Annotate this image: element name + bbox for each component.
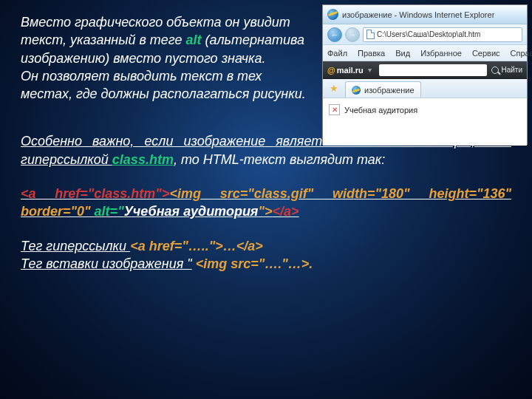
search-icon [491, 66, 499, 74]
favorites-star-icon[interactable]: ★ [326, 81, 342, 95]
broken-image-icon: ✕ [329, 104, 340, 115]
filename: class.htm [112, 152, 174, 167]
ie-titlebar: изображение - Windows Internet Explorer [323, 5, 527, 24]
code-a-close: </a> [273, 204, 299, 219]
code-alt-value: Учебная аудитория [124, 204, 259, 219]
ie-logo-icon [327, 9, 338, 20]
tag-link-code: <a href="…..">…</a> [130, 239, 263, 253]
ie-window: изображение - Windows Internet Explorer … [322, 4, 528, 145]
menu-file[interactable]: Файл [327, 49, 347, 58]
address-text: C:\Users\Саша\Desktop\alt.htm [377, 30, 480, 38]
code-img-end: "> [258, 204, 272, 219]
mailru-find-button[interactable]: Найти [491, 66, 522, 74]
menu-view[interactable]: Вид [395, 49, 410, 58]
tag-link-label: Тег гиперссылки [21, 239, 130, 253]
code-a-open: <a href="class.htm"> [21, 186, 169, 201]
alt-text-display: Учебная аудитория [344, 106, 417, 115]
intro-paragraph: Вместо графического объекта он увидит те… [21, 13, 309, 103]
tag-img-label: Тег вставки изображения " [21, 256, 192, 271]
ie-logo-icon [352, 86, 361, 95]
menu-help[interactable]: Справка [511, 49, 532, 58]
mailru-search-input[interactable] [379, 64, 488, 76]
tab-label: изображение [364, 86, 415, 95]
mailru-logo: @@mail.rumail.ru [327, 66, 364, 75]
menu-favorites[interactable]: Избранное [420, 49, 462, 58]
forward-button[interactable]: → [345, 27, 360, 42]
ie-menubar: Файл Правка Вид Избранное Сервис Справка [323, 45, 527, 61]
menu-edit[interactable]: Правка [358, 49, 385, 58]
tag-img-code: <img src="…."…>. [196, 256, 313, 271]
ie-mailru-toolbar: @@mail.rumail.ru ▾ Найти [323, 61, 527, 79]
menu-tools[interactable]: Сервис [472, 49, 500, 58]
alt-keyword: alt [186, 33, 202, 47]
back-button[interactable]: ← [327, 27, 342, 42]
document-icon [366, 30, 375, 39]
text: Он позволяет выводить текст в тех местах… [21, 69, 306, 101]
code-alt-attr: alt=" [95, 204, 124, 219]
tag-definitions: Тег гиперссылки <a href="…..">…</a> Тег … [21, 237, 511, 273]
address-field[interactable]: C:\Users\Саша\Desktop\alt.htm [363, 27, 522, 42]
ie-address-bar: ← → C:\Users\Саша\Desktop\alt.htm [323, 24, 527, 45]
browser-tab[interactable]: изображение [345, 81, 421, 98]
window-title: изображение - Windows Internet Explorer [342, 10, 494, 19]
broken-image: ✕ Учебная аудитория [329, 104, 521, 115]
text: , то HTML-текст выглядит так: [174, 152, 385, 167]
ie-tab-bar: ★ изображение [323, 79, 527, 98]
code-example: <a href="class.htm"><img src="class.gif"… [21, 185, 511, 221]
ie-content-area: ✕ Учебная аудитория [323, 98, 527, 146]
